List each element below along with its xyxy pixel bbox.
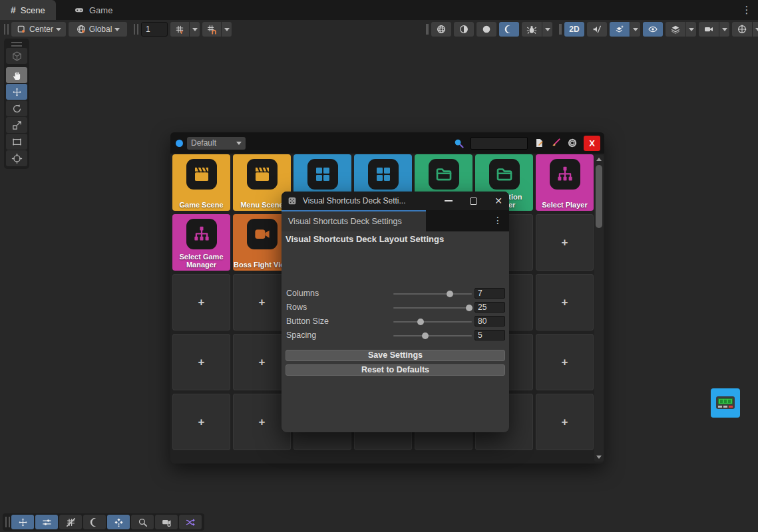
orientation-dropdown[interactable]: Global (69, 22, 127, 37)
snap-increment-input[interactable] (141, 22, 168, 37)
minimize-button[interactable] (445, 200, 453, 201)
slider-knob[interactable] (417, 319, 424, 325)
shortcut-button-select-player[interactable]: Select Player (536, 154, 594, 211)
slider-knob[interactable] (466, 305, 473, 311)
slider-knob[interactable] (422, 332, 429, 339)
shortcut-button-select-game-manager[interactable]: Select Game Manager (172, 214, 230, 271)
effects-button[interactable] (522, 22, 542, 37)
tools-overlay (4, 39, 29, 169)
scrollbar-thumb[interactable] (596, 165, 602, 228)
layers-button[interactable] (665, 22, 685, 37)
rotate-icon (11, 103, 23, 114)
effects-toggle-button[interactable] (610, 22, 630, 37)
grid-axis-dropdown[interactable] (190, 22, 200, 37)
dialog-menu-icon[interactable]: ⋮ (493, 215, 502, 225)
setting-value-field[interactable]: 25 (474, 302, 505, 313)
svg-text:Y: Y (180, 29, 183, 35)
bottom-zoom-button[interactable] (131, 515, 154, 529)
deck-close-button[interactable]: X (584, 136, 600, 151)
scene-visibility-button[interactable] (643, 22, 663, 37)
profile-dropdown[interactable]: Default (187, 137, 246, 150)
hierarchy-icon (186, 219, 217, 249)
folder-icon (489, 159, 520, 190)
effects-toggle-button-dropdown[interactable] (630, 22, 640, 37)
bottom-grid-button[interactable] (59, 515, 82, 529)
tools-drag-handle[interactable] (11, 42, 22, 47)
2d-toggle-button[interactable]: 2D (564, 22, 584, 37)
layers-button-dropdown[interactable] (686, 22, 696, 37)
add-shortcut-cell[interactable]: + (536, 214, 594, 271)
toolbar-drag-handle[interactable] (559, 24, 562, 35)
setting-slider[interactable] (393, 335, 472, 336)
maximize-button[interactable] (470, 198, 477, 205)
bottom-move-button[interactable] (11, 515, 34, 529)
move-icon (17, 517, 29, 528)
shading-wireframe-button[interactable] (431, 22, 451, 37)
setting-value-field[interactable]: 7 (474, 288, 505, 299)
toolbar-drag-handle[interactable] (4, 24, 9, 35)
grid-axis-button[interactable]: Y (170, 22, 189, 37)
grid-magnet-icon (206, 24, 217, 35)
effects-button-dropdown[interactable] (542, 22, 552, 37)
scroll-down-icon[interactable] (596, 456, 602, 459)
slider-knob[interactable] (447, 291, 453, 297)
grid-snap-button[interactable] (202, 22, 221, 37)
setting-slider[interactable] (393, 307, 472, 309)
setting-slider[interactable] (393, 321, 472, 323)
bottom-shuffle-button[interactable] (179, 515, 202, 529)
gizmos-button[interactable] (732, 22, 752, 37)
toolbar-drag-handle[interactable] (134, 24, 138, 35)
brush-icon[interactable] (550, 138, 561, 148)
pivot-dropdown[interactable]: Center (11, 22, 66, 37)
transform-tool-button[interactable] (6, 150, 27, 166)
tab-scene[interactable]: # Scene (0, 0, 56, 20)
scroll-up-icon[interactable] (596, 158, 602, 161)
lighting-button[interactable] (476, 22, 496, 37)
bottom-drag-handle[interactable] (5, 517, 10, 527)
tab-game[interactable]: Game (63, 0, 123, 20)
add-shortcut-cell[interactable]: + (536, 334, 594, 390)
scale-tool-button[interactable] (6, 117, 27, 133)
bottom-particles-button[interactable] (107, 515, 130, 529)
scene-sprite-counter[interactable] (711, 388, 740, 418)
dialog-tab-settings[interactable]: Visual Shortcuts Deck Settings (282, 210, 426, 231)
rect-tool-button[interactable] (6, 134, 27, 150)
chevron-down-icon (224, 28, 230, 31)
camera-button-dropdown[interactable] (719, 22, 729, 37)
grid-snap-dropdown[interactable] (222, 22, 232, 37)
bottom-moon-button[interactable] (83, 515, 106, 529)
setting-value-field[interactable]: 5 (474, 330, 505, 340)
save-settings-button[interactable]: Save Settings (285, 350, 505, 361)
edit-note-icon[interactable] (534, 138, 544, 148)
rotate-tool-button[interactable] (6, 100, 27, 116)
move-tool-button[interactable] (6, 84, 27, 100)
add-shortcut-cell[interactable]: + (172, 334, 230, 390)
add-shortcut-cell[interactable]: + (172, 274, 230, 331)
tabbar-menu-icon[interactable]: ⋮ (741, 3, 753, 17)
crescent-icon (89, 517, 100, 528)
add-shortcut-cell[interactable]: + (172, 394, 230, 450)
profile-status-dot (176, 140, 183, 147)
gizmos-button-dropdown[interactable] (753, 22, 758, 37)
reset-defaults-button[interactable]: Reset to Defaults (285, 364, 505, 376)
close-button[interactable]: ✕ (494, 196, 502, 205)
setting-value-field[interactable]: 80 (474, 316, 505, 327)
bottom-sliders-button[interactable] (35, 515, 58, 529)
dialog-titlebar[interactable]: Visual Shortcuts Deck Setti... ✕ (282, 192, 509, 210)
deck-search-input[interactable] (471, 137, 528, 150)
deck-scrollbar[interactable] (594, 155, 604, 462)
hierarchy-icon (550, 159, 580, 190)
shortcut-button-game-scene[interactable]: Game Scene (172, 154, 230, 211)
camera-button[interactable] (699, 22, 719, 37)
scene-lighting-button[interactable] (499, 22, 519, 37)
view-tool-button[interactable] (6, 48, 27, 64)
pan-tool-button[interactable] (6, 67, 27, 83)
toolbar-drag-handle[interactable] (426, 24, 429, 35)
gear-icon[interactable] (567, 138, 578, 148)
add-shortcut-cell[interactable]: + (536, 394, 594, 450)
bottom-camera-button[interactable] (155, 515, 178, 529)
add-shortcut-cell[interactable]: + (536, 274, 594, 331)
audio-mute-button[interactable] (587, 22, 607, 37)
shading-shaded-button[interactable] (454, 22, 474, 37)
setting-slider[interactable] (393, 293, 472, 295)
